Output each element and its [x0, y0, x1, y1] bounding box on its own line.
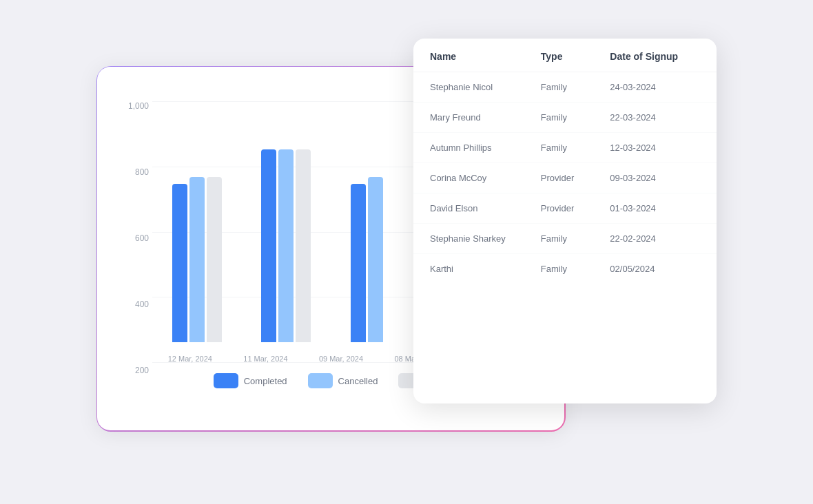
col-header-type: Type [541, 51, 610, 62]
cell-type: Family [541, 264, 610, 274]
cell-type: Provider [541, 203, 610, 213]
cell-date: 22-03-2024 [610, 112, 700, 123]
legend-cancelled-light-label: Cancelled [338, 376, 378, 386]
y-label: 200 [125, 366, 149, 375]
table-row[interactable]: Karthi Family 02/05/2024 [413, 254, 717, 284]
x-label: 11 Mar, 2024 [243, 355, 287, 363]
y-label: 600 [125, 233, 149, 243]
scene: 1,000 800 600 400 200 [96, 39, 717, 465]
cell-date: 22-02-2024 [610, 233, 700, 244]
legend-completed: Completed [214, 373, 287, 388]
table-row[interactable]: David Elson Provider 01-03-2024 [413, 193, 717, 224]
cell-date: 24-03-2024 [610, 82, 700, 92]
bar-group [351, 177, 383, 342]
cell-name: Stephanie Sharkey [430, 233, 541, 244]
y-label: 1,000 [125, 101, 149, 111]
y-axis: 1,000 800 600 400 200 [125, 101, 149, 375]
bar-cancelled-light [278, 149, 294, 342]
bar-completed [351, 184, 366, 342]
legend-completed-label: Completed [244, 376, 287, 386]
cell-name: Stephanie Nicol [430, 82, 541, 92]
table-header: Name Type Date of Signup [413, 39, 717, 72]
col-header-name: Name [430, 51, 541, 62]
col-header-date: Date of Signup [610, 51, 700, 62]
table-body: Stephanie Nicol Family 24-03-2024 Mary F… [413, 72, 717, 284]
bar-group [261, 149, 311, 342]
legend-swatch-blue [214, 373, 238, 388]
legend-swatch-lightblue [308, 373, 333, 388]
table-row[interactable]: Mary Freund Family 22-03-2024 [413, 103, 717, 133]
cell-name: Corina McCoy [430, 173, 541, 183]
y-label: 400 [125, 300, 149, 309]
bar-group [172, 177, 222, 342]
cell-type: Family [541, 233, 610, 244]
cell-date: 09-03-2024 [610, 173, 700, 183]
bar-completed [261, 149, 276, 342]
table-row[interactable]: Corina McCoy Provider 09-03-2024 [413, 163, 717, 193]
legend-cancelled-light: Cancelled [308, 373, 378, 388]
bar-cancelled-light [189, 177, 205, 342]
cell-type: Family [541, 112, 610, 123]
bar-cancelled-gray [296, 149, 311, 342]
cell-name: David Elson [430, 203, 541, 213]
cell-name: Karthi [430, 264, 541, 274]
cell-date: 12-03-2024 [610, 143, 700, 153]
cell-type: Family [541, 82, 610, 92]
bar-cancelled-gray [207, 177, 222, 342]
table-row[interactable]: Stephanie Nicol Family 24-03-2024 [413, 72, 717, 103]
cell-type: Provider [541, 173, 610, 183]
x-label: 12 Mar, 2024 [168, 355, 212, 363]
cell-date: 01-03-2024 [610, 203, 700, 213]
table-row[interactable]: Stephanie Sharkey Family 22-02-2024 [413, 224, 717, 254]
table-card: Name Type Date of Signup Stephanie Nicol… [413, 39, 717, 403]
cell-name: Autumn Phillips [430, 143, 541, 153]
cell-date: 02/05/2024 [610, 264, 700, 274]
cell-name: Mary Freund [430, 112, 541, 123]
cell-type: Family [541, 143, 610, 153]
bar-cancelled-light [368, 177, 383, 342]
y-label: 800 [125, 167, 149, 177]
table-row[interactable]: Autumn Phillips Family 12-03-2024 [413, 133, 717, 163]
x-label: 09 Mar, 2024 [319, 355, 363, 363]
bar-completed [172, 184, 187, 342]
